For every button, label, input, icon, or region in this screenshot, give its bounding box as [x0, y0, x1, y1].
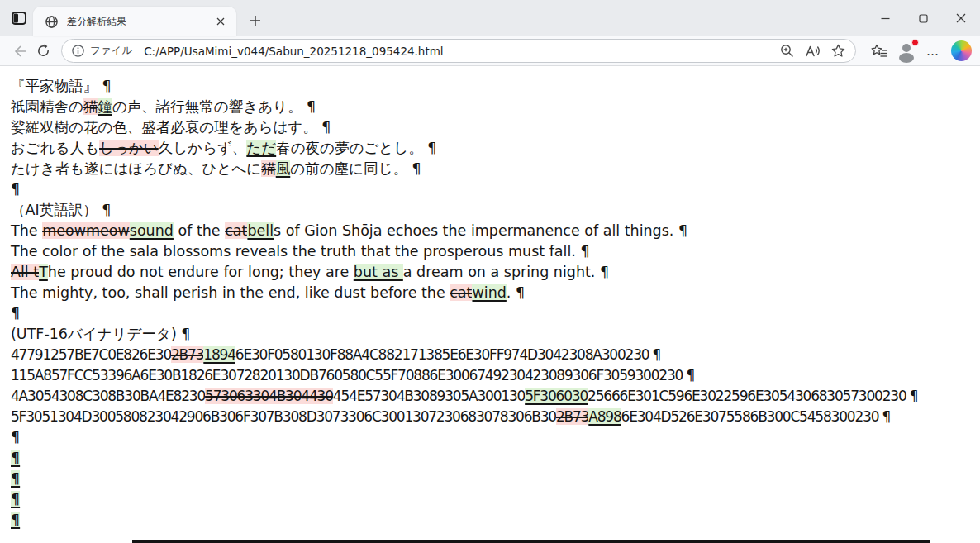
inserted-run: 鐘 [98, 98, 112, 115]
deleted-run: 573063304B304430 [205, 388, 333, 404]
text-run: The color of the sala blossoms reveals t… [11, 243, 576, 260]
pilcrow-mark: ¶ [878, 408, 890, 425]
close-icon [956, 13, 966, 23]
pilcrow-mark: ¶ [423, 140, 437, 156]
copilot-icon[interactable] [951, 40, 972, 61]
text-line: 47791257BE7C0E826E302B7318946E30F0580130… [11, 345, 980, 365]
text-line: The mighty, too, shall perish in the end… [11, 283, 980, 303]
favorites-list-button[interactable] [868, 40, 890, 62]
inserted-run: A898 [588, 408, 621, 425]
pilcrow-mark: ¶ [407, 160, 421, 177]
text-line: ¶ [11, 510, 980, 531]
text-run: of the [174, 222, 225, 239]
text-line: The meowmeowsound of the catbells of Gio… [11, 221, 980, 241]
text-run: の前の塵に同じ。 [290, 160, 407, 177]
tab-strip: 差分解析結果 [0, 0, 980, 36]
inserted-run: wind [472, 284, 506, 301]
profile-button[interactable] [897, 40, 918, 62]
deleted-run: 2B73 [171, 346, 203, 363]
globe-icon [45, 15, 59, 29]
inserted-run: T [39, 264, 48, 280]
deleted-run: 2B73 [556, 408, 588, 425]
pilcrow-mark: ¶ [11, 181, 20, 198]
new-tab-button[interactable] [245, 10, 266, 31]
inserted-pilcrow-mark: ¶ [11, 491, 20, 507]
plus-icon [250, 15, 261, 26]
text-line: おごれる人もしっかい久しからず、ただ春の夜の夢のごとし。 ¶ [11, 138, 980, 159]
deleted-run: meowmeow [42, 222, 130, 239]
text-line: 5F3051304D300580823042906B306F307B308D30… [11, 407, 980, 427]
deleted-run: All t [11, 264, 39, 280]
text-run: 6E304D526E3075586B300C5458300230 [621, 408, 879, 425]
taskbar-edge [132, 540, 930, 543]
file-scheme-label: ファイル [90, 44, 132, 58]
text-line: （AI英語訳） ¶ [11, 200, 980, 221]
pilcrow-mark: ¶ [317, 119, 331, 136]
refresh-icon [36, 44, 50, 58]
maximize-icon [919, 14, 928, 23]
maximize-button[interactable] [904, 0, 942, 36]
deleted-run: 猫 [261, 160, 276, 177]
text-line: ¶ [11, 489, 980, 510]
inserted-run: 風 [276, 160, 291, 177]
pilcrow-mark: ¶ [595, 264, 609, 280]
settings-menu-button[interactable]: … [922, 40, 944, 62]
read-aloud-button[interactable] [802, 40, 823, 62]
text-run: おごれる人も [11, 140, 99, 156]
pilcrow-mark: ¶ [98, 202, 112, 218]
text-line: ¶ [11, 448, 980, 469]
text-line: The color of the sala blossoms reveals t… [11, 241, 980, 262]
inserted-run: 1894 [203, 346, 235, 363]
text-run: 25666E301C596E3022596E305430683057300230 [588, 388, 906, 404]
tab-actions-menu-button[interactable] [7, 6, 31, 31]
address-bar[interactable]: ファイル C:/APP/UsaMimi_v044/Sabun_20251218_… [61, 39, 856, 63]
text-line: 娑羅双樹の花の色、盛者必衰の理をあらはす。 ¶ [11, 117, 980, 138]
text-line: 4A3054308C308B30BA4E8230573063304B304430… [11, 386, 980, 407]
pilcrow-mark: ¶ [649, 346, 660, 363]
star-icon [831, 44, 845, 58]
text-line: ¶ [11, 427, 980, 448]
text-run: の声、諸行無常の響きあり。 [112, 98, 302, 115]
text-line: (UTF-16バイナリデータ) ¶ [11, 324, 980, 345]
text-run: s of Gion Shōja echoes the impermanence … [274, 222, 673, 239]
zoom-in-button[interactable] [776, 40, 797, 62]
info-icon[interactable] [72, 45, 84, 57]
pilcrow-mark: ¶ [98, 78, 112, 94]
inserted-run: ただ [246, 140, 276, 156]
text-line: All tThe proud do not endure for long; t… [11, 262, 980, 283]
text-line: 『平家物語』 ¶ [11, 76, 980, 97]
text-run: The mighty, too, shall perish in the end… [11, 284, 450, 301]
deleted-run: 猫 [83, 98, 98, 115]
text-run: a dream on a spring night. [403, 264, 596, 280]
text-run: 47791257BE7C0E826E30 [11, 346, 171, 363]
text-line: 祇園精舎の猫鐘の声、諸行無常の響きあり。 ¶ [11, 97, 980, 117]
minimize-button[interactable] [866, 0, 904, 36]
text-run: 115A857FCC53396A6E30B1826E3072820130DB76… [11, 367, 683, 383]
refresh-button[interactable] [31, 40, 55, 63]
url-text[interactable]: C:/APP/UsaMimi_v044/Sabun_20251218_09542… [144, 45, 772, 58]
text-line: ¶ [11, 303, 980, 324]
pilcrow-mark: ¶ [177, 326, 191, 342]
read-aloud-icon [805, 45, 821, 58]
browser-toolbar: ファイル C:/APP/UsaMimi_v044/Sabun_20251218_… [0, 36, 980, 66]
back-arrow-icon [12, 44, 27, 59]
text-run: 6E30F0580130F88A4C882171385E6E30FF974D30… [235, 346, 649, 363]
window-controls [866, 0, 980, 36]
pilcrow-mark: ¶ [683, 367, 694, 383]
pilcrow-mark: ¶ [906, 388, 918, 404]
back-button[interactable] [8, 40, 31, 63]
deleted-run: cat [450, 284, 472, 301]
tab-actions-icon [11, 10, 27, 26]
text-run: 祇園精舎の [11, 98, 83, 115]
text-run: 久しからず、 [159, 140, 247, 156]
favorite-star-button[interactable] [827, 40, 849, 62]
close-window-button[interactable] [942, 0, 980, 36]
pilcrow-mark: ¶ [511, 284, 525, 301]
zoom-in-icon [780, 44, 794, 58]
tab-close-button[interactable] [212, 12, 230, 31]
favorites-list-icon [871, 44, 887, 59]
text-run: （AI英語訳） [11, 202, 98, 218]
inserted-run: bell [247, 222, 274, 239]
browser-tab[interactable]: 差分解析結果 [33, 7, 236, 36]
document-body: 『平家物語』 ¶祇園精舎の猫鐘の声、諸行無常の響きあり。 ¶娑羅双樹の花の色、盛… [0, 66, 980, 543]
